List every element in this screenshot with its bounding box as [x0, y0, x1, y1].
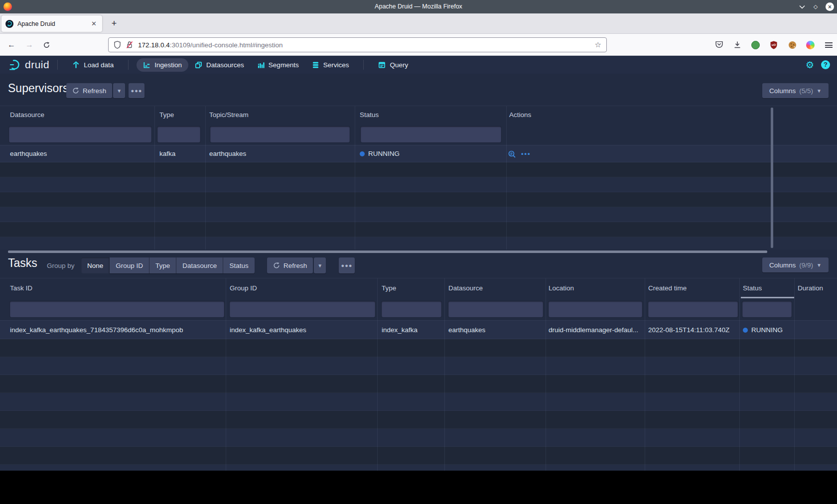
supervisors-more-button[interactable]: ●●●: [129, 83, 144, 98]
shield-icon[interactable]: [114, 41, 121, 49]
group-by-group-id-button[interactable]: Group ID: [110, 257, 149, 273]
supervisor-magnify-action[interactable]: [508, 150, 516, 160]
filter-input-group-id[interactable]: [230, 301, 375, 317]
window-maximize-button[interactable]: ◇: [812, 3, 819, 10]
column-header[interactable]: Type: [159, 106, 174, 124]
column-header[interactable]: Task ID: [10, 278, 32, 298]
supervisors-refresh-button[interactable]: Refresh: [66, 83, 112, 98]
back-button[interactable]: ←: [4, 34, 19, 56]
column-header[interactable]: Location: [549, 278, 574, 298]
more-icon: ●●●: [131, 88, 142, 94]
supervisors-refresh-caret-button[interactable]: ▼: [113, 83, 125, 98]
filter-input-created-time[interactable]: [648, 301, 738, 317]
column-header[interactable]: Status: [360, 106, 379, 124]
column-divider: [355, 106, 355, 250]
group-by-none-button[interactable]: None: [81, 257, 110, 273]
tasks-columns-button[interactable]: Columns (9/9) ▼: [762, 257, 829, 272]
supervisors-columns-button[interactable]: Columns (5/5) ▼: [762, 83, 829, 98]
filter-input-datasource[interactable]: [9, 126, 151, 142]
more-icon: ●●●: [341, 262, 353, 268]
group-by-datasource-button[interactable]: Datasource: [176, 257, 223, 273]
column-header[interactable]: Datasource: [10, 106, 44, 124]
download-icon[interactable]: [733, 40, 742, 49]
filter-input-task-id[interactable]: [10, 301, 224, 317]
cookie-ext-icon[interactable]: [788, 40, 797, 49]
pocket-icon[interactable]: [714, 40, 723, 49]
supervisors-vertical-scrollbar[interactable]: [771, 108, 773, 248]
url-bar[interactable]: 172.18.0.4:30109/unified-console.html#in…: [108, 37, 607, 52]
url-path: :30109/unified-console.html#ingestion: [170, 41, 283, 49]
column-header[interactable]: Datasource: [448, 278, 483, 298]
column-header[interactable]: Status: [743, 278, 762, 298]
extension-asterisk-icon[interactable]: [806, 41, 815, 49]
nav-item-label: Ingestion: [154, 61, 182, 69]
filter-input-status[interactable]: [742, 301, 792, 317]
services-icon: [312, 61, 319, 69]
supervisor-row-more-icon[interactable]: •••: [521, 145, 531, 162]
help-icon[interactable]: ?: [821, 60, 830, 69]
tasks-refresh-caret-button[interactable]: ▼: [314, 257, 326, 273]
tasks-title: Tasks: [8, 256, 37, 270]
nav-item-load-data[interactable]: Load data: [66, 58, 120, 72]
group-by-status-button[interactable]: Status: [223, 257, 254, 273]
reload-button[interactable]: [39, 34, 54, 56]
bookmark-star-icon[interactable]: ☆: [595, 40, 601, 49]
nav-item-ingestion[interactable]: Ingestion: [137, 58, 188, 72]
empty-row: [0, 447, 837, 465]
nav-item-query[interactable]: Query: [372, 58, 415, 72]
tab-close-icon[interactable]: ✕: [90, 20, 98, 27]
filter-input-datasource[interactable]: [448, 301, 543, 317]
column-header[interactable]: Type: [382, 278, 396, 298]
column-header[interactable]: Group ID: [230, 278, 257, 298]
druid-brand[interactable]: druid: [9, 59, 49, 71]
task-datasource: earthquakes: [448, 321, 485, 339]
tab-title: Apache Druid: [17, 20, 90, 27]
load-data-icon: [72, 61, 80, 69]
column-divider: [506, 106, 507, 250]
menu-icon[interactable]: [824, 40, 833, 49]
group-by-type-button[interactable]: Type: [149, 257, 176, 273]
nav-divider: [57, 60, 58, 70]
settings-gear-icon[interactable]: ⚙: [806, 59, 814, 71]
tab-bar: Apache Druid ✕ +: [0, 13, 837, 34]
chevron-down-icon: [799, 5, 805, 9]
nav-item-segments[interactable]: Segments: [251, 58, 305, 72]
tasks-refresh-button[interactable]: Refresh: [267, 257, 313, 273]
nav-divider: [363, 60, 364, 70]
druid-favicon-icon: [5, 20, 13, 28]
filter-input-location[interactable]: [549, 301, 642, 317]
nav-item-datasources[interactable]: Datasources: [188, 58, 251, 72]
window-close-button[interactable]: ×: [826, 2, 834, 11]
window-minimize-button[interactable]: [799, 3, 806, 10]
tasks-more-button[interactable]: ●●●: [339, 257, 355, 273]
column-header[interactable]: Created time: [648, 278, 687, 298]
empty-row: [0, 237, 837, 250]
filter-input-topic-stream[interactable]: [210, 126, 350, 142]
filter-input-status[interactable]: [361, 126, 501, 142]
column-header[interactable]: Duration: [798, 278, 823, 298]
ublock-icon[interactable]: uO: [769, 40, 778, 49]
nav-item-label: Load data: [84, 61, 114, 69]
column-divider: [154, 106, 155, 250]
forward-button[interactable]: →: [22, 34, 37, 56]
supervisor-row[interactable]: earthquakes kafka earthquakes RUNNING ••…: [0, 145, 837, 162]
nav-divider: [128, 60, 129, 70]
filter-input-type[interactable]: [382, 301, 441, 317]
nav-item-services[interactable]: Services: [305, 58, 356, 72]
column-header[interactable]: Actions: [509, 106, 531, 124]
filter-input-type[interactable]: [157, 126, 200, 142]
new-tab-button[interactable]: +: [108, 17, 121, 30]
tasks-header-row: Task ID Group ID Type Datasource Locatio…: [0, 278, 837, 298]
caret-down-icon: ▼: [817, 88, 822, 94]
supervisors-table: Datasource Type Topic/Stream Status Acti…: [0, 106, 837, 250]
extension-green-icon[interactable]: [751, 41, 760, 49]
empty-row: [0, 429, 837, 447]
empty-row: [0, 357, 837, 375]
task-row[interactable]: index_kafka_earthquakes_7184357396d6c0a_…: [0, 320, 837, 339]
supervisors-horizontal-scrollbar[interactable]: [8, 251, 767, 253]
browser-tab[interactable]: Apache Druid ✕: [1, 15, 102, 32]
supervisor-status: RUNNING: [360, 145, 400, 162]
lock-slash-icon[interactable]: [126, 41, 133, 49]
column-header[interactable]: Topic/Stream: [209, 106, 249, 124]
status-dot: [360, 151, 365, 156]
